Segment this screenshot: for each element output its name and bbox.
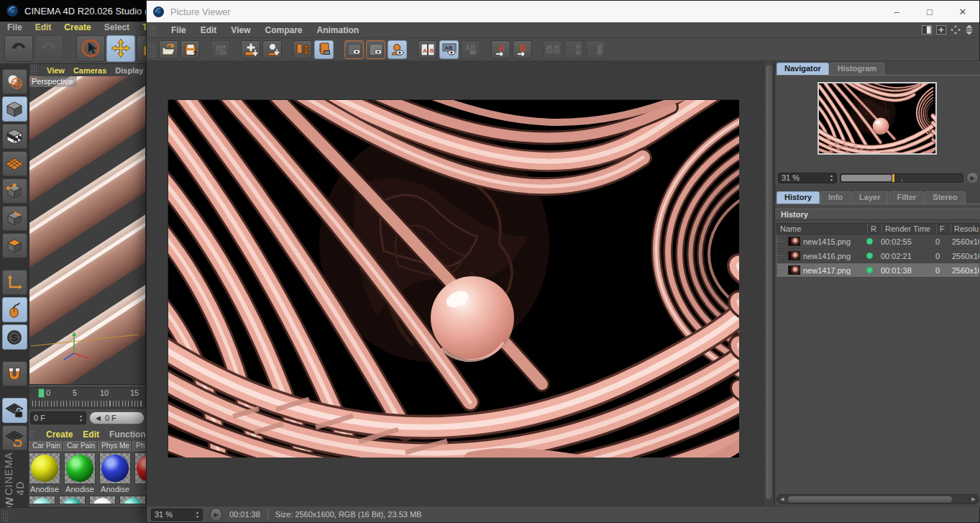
workplane-button[interactable] (2, 151, 27, 176)
col-name[interactable]: Name (777, 224, 867, 234)
material-item[interactable]: An (134, 452, 146, 494)
set-as-b-button[interactable]: B (513, 40, 532, 59)
viewport-grip[interactable] (31, 64, 38, 76)
tab-filter[interactable]: Filter (889, 191, 924, 204)
status-zoom-spinner[interactable]: ▲▼ (196, 511, 199, 519)
menu-create[interactable]: Create (64, 22, 91, 32)
show-alpha-button[interactable] (388, 40, 407, 59)
material-item[interactable] (29, 496, 55, 504)
navigator-zoom-slider[interactable] (840, 173, 963, 183)
magnet-snap-button[interactable] (2, 361, 27, 386)
show-image-b-button[interactable] (366, 40, 385, 59)
workplane-rotate-button[interactable] (2, 425, 27, 450)
material-menu-create[interactable]: Create (46, 429, 73, 440)
viewport-menu-view[interactable]: View (47, 66, 65, 75)
enable-axis-button[interactable] (2, 270, 27, 295)
close-button[interactable]: ✕ (946, 1, 979, 22)
navigator-thumbnail[interactable] (818, 82, 937, 155)
material-item[interactable] (89, 496, 116, 504)
polygons-mode-button[interactable] (2, 233, 27, 258)
history-row[interactable]: new1415.png 00:02:55 0 2560x1600 (777, 235, 979, 249)
material-item[interactable] (119, 496, 146, 504)
frame-spinner[interactable]: ▲▼ (79, 414, 83, 422)
pv-menu-view[interactable]: View (231, 25, 250, 35)
col-f[interactable]: F (936, 224, 951, 234)
frame-number-field[interactable]: 0 F ▲▼ (30, 411, 86, 424)
material-tab-4[interactable]: Ph (132, 441, 146, 451)
material-tab-2[interactable]: Car Pain (63, 441, 96, 451)
maximize-button[interactable]: □ (913, 1, 946, 22)
menu-select[interactable]: Select (104, 22, 129, 32)
navigator-zoom-field[interactable]: 31 % ▲▼ (778, 173, 837, 183)
panel-toggle-icon[interactable] (922, 25, 932, 35)
minimize-button[interactable]: – (880, 1, 913, 22)
perspective-viewport[interactable]: View Cameras Display Perspective (29, 63, 146, 385)
swap-ab-button[interactable]: AD (543, 40, 562, 59)
pv-menu-file[interactable]: File (171, 25, 186, 35)
tab-layer[interactable]: Layer (851, 191, 888, 204)
compare-ab-overlay-button[interactable]: AB (439, 40, 459, 59)
timeline-ruler[interactable]: 0 5 10 15 (29, 387, 146, 409)
lock-workplane-button[interactable] (2, 398, 27, 423)
ab-frames-button[interactable]: AB12 (586, 40, 605, 59)
history-row[interactable]: new1416.png 00:02:21 0 2560x1600 (777, 249, 979, 263)
viewport-menu-cameras[interactable]: Cameras (73, 66, 106, 75)
undo-button[interactable] (4, 35, 33, 62)
pv-titlebar[interactable]: Picture Viewer – □ ✕ (147, 1, 979, 22)
status-play-button[interactable]: ▶ (210, 508, 222, 522)
live-selection-button[interactable] (76, 35, 105, 62)
vertical-scrollbar-thumb[interactable] (765, 64, 773, 500)
scroll-left-icon[interactable]: ◀ (777, 496, 787, 502)
add-panel-icon[interactable] (936, 25, 946, 35)
menu-edit[interactable]: Edit (35, 22, 52, 32)
navigator-zoom-spinner[interactable]: ▲▼ (830, 174, 833, 182)
cache-button[interactable] (314, 40, 334, 59)
link-ab-button[interactable]: A=B= (564, 40, 584, 59)
viewport-menu-display[interactable]: Display (115, 66, 143, 75)
viewport-solo-button[interactable] (2, 297, 27, 322)
viewport-canvas[interactable]: Perspective (29, 76, 145, 384)
material-tab-3[interactable]: Phys Me (98, 441, 131, 451)
material-item[interactable]: Anodise (29, 452, 60, 494)
snap-button[interactable]: S (2, 324, 27, 350)
pv-canvas[interactable] (147, 61, 763, 507)
menu-file[interactable]: File (7, 22, 22, 32)
layer-down-button[interactable] (241, 40, 260, 59)
edges-mode-button[interactable] (2, 206, 27, 231)
tab-stereo[interactable]: Stereo (925, 191, 965, 204)
bottom-grip[interactable] (2, 511, 9, 521)
redo-button[interactable] (35, 35, 63, 62)
tab-history[interactable]: History (777, 191, 820, 204)
compare-ab-blend-button[interactable]: AB (461, 40, 480, 59)
zoom-slider-thumb[interactable] (841, 175, 892, 181)
full-frames-button[interactable]: 12 (211, 40, 230, 59)
col-render-time[interactable]: Render Time (881, 224, 936, 234)
model-mode-button[interactable] (2, 96, 27, 122)
history-row-selected[interactable]: new1417.png 00:01:38 0 2560x1600 (777, 263, 979, 278)
pv-menubar-grip[interactable] (150, 25, 157, 35)
material-item[interactable]: Anodise (64, 452, 96, 494)
show-image-a-button[interactable] (344, 40, 364, 59)
set-as-a-button[interactable]: A (491, 40, 510, 59)
canvas-vertical-scrollbar[interactable] (763, 61, 774, 507)
resize-vertical-icon[interactable] (965, 25, 974, 35)
move-layout-icon[interactable] (951, 25, 961, 35)
make-editable-button[interactable] (2, 69, 27, 94)
material-menu-edit[interactable]: Edit (83, 429, 99, 440)
open-image-button[interactable] (159, 40, 178, 59)
tab-navigator[interactable]: Navigator (777, 63, 829, 75)
frame-slider[interactable]: ◄ 0 F (89, 411, 145, 424)
navigator-play-button[interactable]: ▶ (966, 172, 979, 184)
material-item[interactable]: Anodise (99, 452, 131, 494)
image-down-button[interactable] (262, 40, 282, 59)
col-resolution[interactable]: Resolution (951, 224, 979, 234)
material-grip[interactable] (29, 430, 36, 439)
scroll-right-icon[interactable]: ▶ (968, 496, 979, 502)
tab-histogram[interactable]: Histogram (830, 63, 884, 75)
points-mode-button[interactable] (2, 178, 27, 204)
pv-toolbar-grip[interactable] (150, 42, 157, 57)
pv-menu-compare[interactable]: Compare (265, 25, 302, 35)
move-tool-button[interactable] (106, 35, 135, 62)
history-horizontal-scrollbar[interactable]: ◀ ▶ (777, 494, 979, 504)
material-tab-1[interactable]: Car Pain (29, 441, 62, 451)
